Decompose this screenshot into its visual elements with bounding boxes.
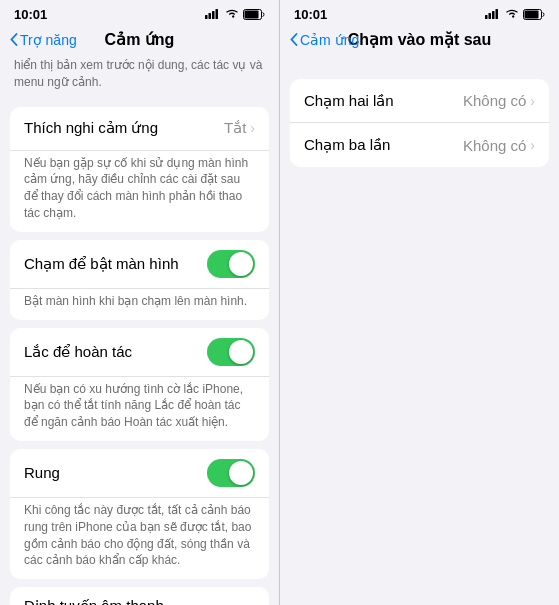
right-content: Chạm hai lần Không có › Chạm ba lần Khôn… [280, 55, 559, 605]
label-cham-ba-lan: Chạm ba lần [304, 136, 463, 154]
desc-lac: Nếu bạn có xu hướng tình cờ lắc iPhone, … [10, 377, 269, 441]
svg-rect-5 [245, 10, 259, 18]
time-left: 10:01 [14, 7, 47, 22]
back-button-right[interactable]: Cảm ứng [290, 32, 359, 48]
label-thich-nghi: Thích nghi cảm ứng [24, 119, 224, 137]
toggle-cham-bat[interactable] [207, 250, 255, 278]
time-right: 10:01 [294, 7, 327, 22]
value-cham-ba-lan: Không có [463, 137, 526, 154]
chevron-thich-nghi: › [250, 120, 255, 136]
desc-cham-bat: Bật màn hình khi bạn chạm lên màn hình. [10, 289, 269, 320]
left-panel: 10:01 [0, 0, 280, 605]
svg-rect-7 [489, 13, 492, 19]
svg-rect-11 [525, 10, 539, 18]
section-cham-bat: Chạm để bật màn hình Bật màn hình khi bạ… [10, 240, 269, 320]
nav-title-right: Chạm vào mặt sau [348, 30, 492, 49]
svg-rect-2 [212, 11, 215, 19]
item-dinh-tuyen[interactable]: Định tuyến âm thanh cuộc gọi Tự động › [10, 587, 269, 605]
section-cham-options: Chạm hai lần Không có › Chạm ba lần Khôn… [290, 79, 549, 167]
status-bar-right: 10:01 [280, 0, 559, 26]
item-thich-nghi[interactable]: Thích nghi cảm ứng Tắt › [10, 107, 269, 151]
label-rung: Rung [24, 464, 207, 481]
battery-icon-left [243, 9, 265, 20]
right-panel: 10:01 [280, 0, 559, 605]
svg-rect-3 [216, 9, 219, 19]
value-thich-nghi: Tắt [224, 119, 246, 137]
wifi-icon-left [225, 9, 239, 19]
signal-icon-left [205, 9, 221, 19]
svg-rect-8 [492, 11, 495, 19]
status-icons-right [485, 9, 545, 20]
item-lac: Lắc để hoàn tác [10, 328, 269, 377]
nav-title-left: Cảm ứng [105, 30, 175, 49]
toggle-rung[interactable] [207, 459, 255, 487]
svg-rect-9 [496, 9, 499, 19]
wifi-icon-right [505, 9, 519, 19]
back-label-left: Trợ năng [20, 32, 77, 48]
left-content: hiển thị bản xem trước nội dung, các tác… [0, 55, 279, 605]
status-icons-left [205, 9, 265, 20]
signal-icon-right [485, 9, 501, 19]
label-cham-hai-lan: Chạm hai lần [304, 92, 463, 110]
value-cham-hai-lan: Không có [463, 92, 526, 109]
desc-thich-nghi: Nếu bạn gặp sự cố khi sử dụng màn hình c… [10, 151, 269, 232]
item-cham-ba-lan[interactable]: Chạm ba lần Không có › [290, 123, 549, 167]
desc-rung: Khi công tắc này được tắt, tất cả cảnh b… [10, 498, 269, 579]
toggle-lac[interactable] [207, 338, 255, 366]
item-cham-hai-lan[interactable]: Chạm hai lần Không có › [290, 79, 549, 123]
chevron-cham-hai-lan: › [530, 93, 535, 109]
section-lac: Lắc để hoàn tác Nếu bạn có xu hướng tình… [10, 328, 269, 441]
svg-rect-6 [485, 15, 488, 19]
back-button-left[interactable]: Trợ năng [10, 32, 77, 48]
svg-rect-0 [205, 15, 208, 19]
nav-bar-right: Cảm ứng Chạm vào mặt sau [280, 26, 559, 55]
chevron-left-icon-left [10, 33, 18, 46]
label-cham-bat: Chạm để bật màn hình [24, 255, 207, 273]
status-bar-left: 10:01 [0, 0, 279, 26]
top-description: hiển thị bản xem trước nội dung, các tác… [0, 55, 279, 99]
nav-bar-left: Trợ năng Cảm ứng [0, 26, 279, 55]
label-dinh-tuyen: Định tuyến âm thanh cuộc gọi [24, 597, 189, 605]
battery-icon-right [523, 9, 545, 20]
chevron-cham-ba-lan: › [530, 137, 535, 153]
section-rung: Rung Khi công tắc này được tắt, tất cả c… [10, 449, 269, 579]
back-label-right: Cảm ứng [300, 32, 359, 48]
chevron-left-icon-right [290, 33, 298, 46]
item-rung: Rung [10, 449, 269, 498]
label-lac: Lắc để hoàn tác [24, 343, 207, 361]
section-thich-nghi: Thích nghi cảm ứng Tắt › Nếu bạn gặp sự … [10, 107, 269, 232]
item-cham-bat: Chạm để bật màn hình [10, 240, 269, 289]
section-dinh-tuyen: Định tuyến âm thanh cuộc gọi Tự động › Đ… [10, 587, 269, 605]
svg-rect-1 [209, 13, 212, 19]
